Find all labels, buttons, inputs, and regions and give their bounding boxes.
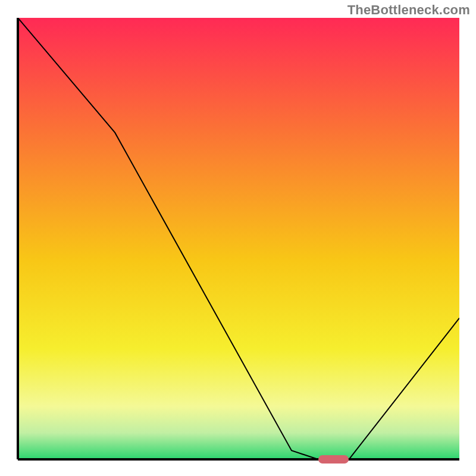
- plot-background: [18, 18, 459, 459]
- optimum-marker: [318, 455, 349, 464]
- chart-svg: [0, 0, 476, 476]
- chart-container: TheBottleneck.com: [0, 0, 476, 476]
- watermark-text: TheBottleneck.com: [347, 2, 470, 18]
